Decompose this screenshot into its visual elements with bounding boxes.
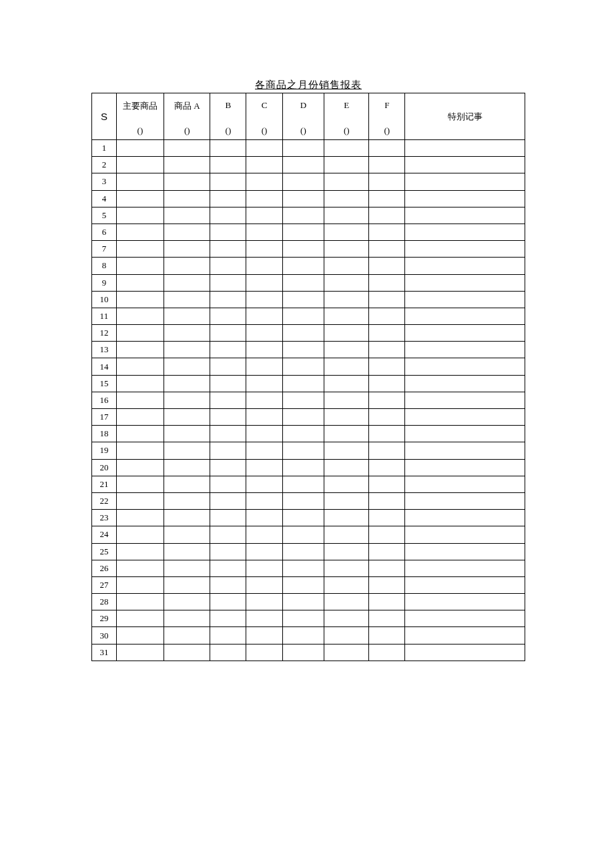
cell	[369, 610, 405, 627]
cell	[246, 459, 282, 476]
cell	[246, 510, 282, 526]
cell	[246, 610, 282, 627]
cell	[116, 526, 164, 543]
cell	[246, 308, 282, 324]
table-row: 17	[92, 409, 525, 426]
row-number: 24	[92, 526, 117, 543]
cell	[210, 510, 246, 526]
cell	[246, 207, 282, 224]
table-row: 1	[92, 140, 525, 157]
cell	[369, 358, 405, 375]
cell	[164, 492, 210, 509]
header-paren-main: ()	[116, 123, 164, 140]
cell	[369, 392, 405, 408]
row-number: 18	[92, 426, 117, 442]
cell	[164, 325, 210, 342]
cell	[282, 308, 324, 324]
row-number: 19	[92, 442, 117, 459]
cell	[116, 358, 164, 375]
header-paren-d: ()	[282, 123, 324, 140]
table-row: 4	[92, 190, 525, 207]
cell	[405, 224, 525, 240]
cell	[324, 510, 369, 526]
cell	[246, 442, 282, 459]
cell	[116, 442, 164, 459]
table-row: 2	[92, 157, 525, 173]
row-number: 7	[92, 241, 117, 258]
cell	[405, 560, 525, 576]
cell	[282, 224, 324, 240]
cell	[210, 627, 246, 644]
cell	[405, 442, 525, 459]
cell	[369, 644, 405, 661]
cell	[164, 358, 210, 375]
cell	[282, 409, 324, 426]
cell	[324, 207, 369, 224]
cell	[116, 207, 164, 224]
header-paren-e: ()	[324, 123, 369, 140]
row-number: 25	[92, 543, 117, 560]
row-number: 6	[92, 224, 117, 240]
cell	[116, 476, 164, 492]
cell	[369, 492, 405, 509]
table-header: S 主要商品 商品 A B C D E F 特别记事 () () () () (…	[92, 93, 525, 140]
cell	[246, 358, 282, 375]
table-row: 6	[92, 224, 525, 240]
cell	[164, 291, 210, 308]
header-paren-a: ()	[164, 123, 210, 140]
cell	[324, 291, 369, 308]
cell	[164, 342, 210, 358]
cell	[116, 274, 164, 291]
cell	[324, 241, 369, 258]
cell	[324, 375, 369, 392]
row-number: 16	[92, 392, 117, 408]
cell	[210, 644, 246, 661]
table-row: 8	[92, 258, 525, 274]
table-row: 19	[92, 442, 525, 459]
row-number: 15	[92, 375, 117, 392]
cell	[369, 594, 405, 610]
report-container: 各商品之月份销售报表 S 主要商品 商品 A B C D E F 特别记事	[91, 79, 525, 661]
cell	[164, 157, 210, 173]
cell	[246, 409, 282, 426]
cell	[369, 442, 405, 459]
table-row: 27	[92, 576, 525, 593]
cell	[210, 543, 246, 560]
report-title: 各商品之月份销售报表	[91, 79, 525, 91]
cell	[369, 258, 405, 274]
cell	[369, 476, 405, 492]
cell	[246, 543, 282, 560]
header-row-1: S 主要商品 商品 A B C D E F 特别记事	[92, 93, 525, 123]
cell	[405, 543, 525, 560]
table-row: 24	[92, 526, 525, 543]
cell	[405, 140, 525, 157]
cell	[210, 426, 246, 442]
row-number: 30	[92, 627, 117, 644]
cell	[210, 258, 246, 274]
cell	[324, 274, 369, 291]
cell	[405, 308, 525, 324]
row-number: 23	[92, 510, 117, 526]
cell	[246, 274, 282, 291]
cell	[405, 576, 525, 593]
row-number: 26	[92, 560, 117, 576]
cell	[210, 594, 246, 610]
row-number: 12	[92, 325, 117, 342]
cell	[116, 224, 164, 240]
cell	[210, 375, 246, 392]
cell	[210, 241, 246, 258]
cell	[405, 392, 525, 408]
cell	[282, 258, 324, 274]
cell	[324, 594, 369, 610]
row-number: 13	[92, 342, 117, 358]
cell	[405, 190, 525, 207]
cell	[164, 140, 210, 157]
cell	[210, 576, 246, 593]
row-number: 5	[92, 207, 117, 224]
cell	[282, 526, 324, 543]
cell	[210, 190, 246, 207]
table-row: 10	[92, 291, 525, 308]
cell	[116, 543, 164, 560]
cell	[246, 375, 282, 392]
row-number: 28	[92, 594, 117, 610]
